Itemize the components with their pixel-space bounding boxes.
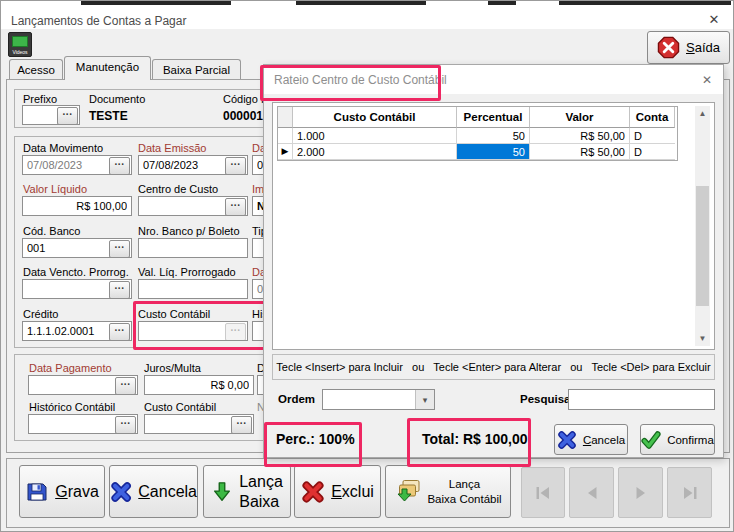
cell-valor[interactable]: R$ 50,00 xyxy=(530,128,630,144)
nav-prev-button[interactable] xyxy=(569,467,614,518)
exit-button[interactable]: Saída xyxy=(647,31,730,64)
cell-custo[interactable]: 1.000 xyxy=(293,128,457,144)
cancel-x-icon xyxy=(110,480,132,504)
scroll-thumb[interactable] xyxy=(696,186,709,306)
lanca-baixa-contabil-label: Lança Baixa Contábil xyxy=(427,477,501,506)
valor-liquido-field[interactable]: R$ 100,00 xyxy=(22,196,132,216)
documento-label: Documento xyxy=(89,93,145,105)
data-pagamento-field[interactable]: ··· xyxy=(28,375,138,395)
ellipsis-button[interactable]: ··· xyxy=(115,377,136,395)
grid-header-conta: Conta xyxy=(630,107,675,128)
data-emissao-field[interactable]: 07/08/2023 ··· xyxy=(138,155,248,175)
centro-custo-field[interactable]: ··· xyxy=(138,196,248,216)
grava-button[interactable]: Grava xyxy=(19,465,105,518)
centro-custo-label: Centro de Custo xyxy=(138,183,218,195)
ellipsis-button[interactable]: ··· xyxy=(231,416,252,434)
nav-next-icon xyxy=(634,486,648,500)
stop-sign-icon xyxy=(657,36,680,59)
data-pagamento-label: Data Pagamento xyxy=(29,362,112,374)
grid-panel: Custo Contábil Percentual Valor Conta 1.… xyxy=(272,102,715,350)
vertical-scrollbar[interactable]: ▲ ▼ xyxy=(695,106,710,346)
custo-contabil2-label: Custo Contábil xyxy=(144,401,216,413)
cod-banco-label: Cód. Banco xyxy=(23,225,80,237)
grava-label: Grava xyxy=(55,483,99,501)
close-icon[interactable]: ✕ xyxy=(701,11,727,29)
dialog-confirma-button[interactable]: Confirma xyxy=(640,424,715,455)
ellipsis-button[interactable]: ··· xyxy=(225,157,246,175)
nav-first-button[interactable] xyxy=(521,467,565,518)
ellipsis-button[interactable]: ··· xyxy=(115,416,136,434)
pesquisa-label: Pesquisa xyxy=(520,393,571,405)
nav-last-button[interactable] xyxy=(667,467,712,518)
ellipsis-button[interactable]: ··· xyxy=(57,107,78,125)
row-indicator-icon: ▶ xyxy=(282,147,289,156)
cancela-button[interactable]: Cancela xyxy=(109,465,198,518)
nav-prev-icon xyxy=(585,486,599,500)
ordem-combobox[interactable]: ▾ xyxy=(322,389,435,410)
exclui-button[interactable]: Exclui xyxy=(294,465,381,518)
cell-valor[interactable]: R$ 50,00 xyxy=(530,144,630,160)
scroll-up-icon[interactable]: ▲ xyxy=(695,106,710,121)
cancel-x-icon xyxy=(557,430,577,450)
cell-percentual-selected[interactable]: 50 xyxy=(457,144,530,160)
lanca-baixa-label: Lança Baixa xyxy=(239,472,283,512)
cod-banco-field[interactable]: 001 ··· xyxy=(22,238,132,258)
ellipsis-button[interactable]: ··· xyxy=(109,157,130,175)
lbc-label-line1: Lança xyxy=(427,477,501,491)
nro-banco-boleto-label: Nro. Banco p/ Boleto xyxy=(138,225,240,237)
credito-field[interactable]: 1.1.1.02.0001 ··· xyxy=(22,321,132,341)
nav-last-icon xyxy=(682,486,698,500)
historico-contabil-field[interactable]: ··· xyxy=(28,414,138,434)
val-liq-prorrogado-field[interactable] xyxy=(138,279,248,299)
tab-baixa-parcial[interactable]: Baixa Parcial xyxy=(152,59,241,79)
video-button[interactable]: Videos xyxy=(8,32,32,57)
table-row[interactable]: ▶ 2.000 50 R$ 50,00 D xyxy=(278,144,677,160)
down-arrow-icon xyxy=(211,480,233,504)
dialog-close-icon[interactable]: ✕ xyxy=(696,72,718,88)
data-vencto-prorrog-field[interactable]: ··· xyxy=(22,279,132,299)
exit-button-label: Saída xyxy=(686,40,720,55)
historico-contabil-label: Histórico Contábil xyxy=(29,401,115,413)
ellipsis-button[interactable]: ··· xyxy=(225,198,246,216)
nro-banco-boleto-field[interactable] xyxy=(138,238,248,258)
cell-conta[interactable]: D xyxy=(630,128,675,144)
cell-conta[interactable]: D xyxy=(630,144,675,160)
prefixo-field[interactable]: ··· xyxy=(22,105,80,125)
window-title: Lançamentos de Contas a Pagar xyxy=(11,14,186,28)
val-liq-prorrogado-label: Val. Líq. Prorrogado xyxy=(138,266,236,278)
cancela-label: Cancela xyxy=(138,483,197,501)
rateio-dialog: Rateio Centro de Custo Contábil ✕ Custo … xyxy=(263,64,724,458)
dialog-cancela-button[interactable]: Cancela xyxy=(554,424,628,455)
custo-contabil2-field[interactable]: ··· xyxy=(144,414,254,434)
table-row[interactable]: 1.000 50 R$ 50,00 D xyxy=(278,128,677,144)
lanca-baixa-contabil-button[interactable]: Lança Baixa Contábil xyxy=(385,465,511,518)
ellipsis-button[interactable]: ··· xyxy=(109,281,130,299)
valor-liquido-label: Valor Líquido xyxy=(23,183,87,195)
documento-value: TESTE xyxy=(89,109,128,123)
pesquisa-input[interactable] xyxy=(568,389,715,410)
data-movimento-field[interactable]: 07/08/2023 ··· xyxy=(22,155,132,175)
scroll-down-icon[interactable]: ▼ xyxy=(695,331,710,346)
nav-next-button[interactable] xyxy=(618,467,663,518)
tab-manutencao[interactable]: Manutenção xyxy=(64,56,151,80)
codigo-fornecedor-label: Código F xyxy=(223,93,268,105)
dialog-cancela-label: Cancela xyxy=(583,434,625,446)
cell-percentual[interactable]: 50 xyxy=(457,128,530,144)
juros-multa-label: Juros/Multa xyxy=(144,362,201,374)
credito-label: Crédito xyxy=(23,308,58,320)
ellipsis-button[interactable]: ··· xyxy=(109,323,130,341)
cell-custo[interactable]: 2.000 xyxy=(293,144,457,160)
ellipsis-button[interactable]: ··· xyxy=(109,240,130,258)
ellipsis-button-disabled[interactable]: ··· xyxy=(225,323,246,341)
chevron-down-icon[interactable]: ▾ xyxy=(415,390,434,409)
lanca-baixa-button[interactable]: Lança Baixa xyxy=(203,465,291,518)
cost-grid[interactable]: Custo Contábil Percentual Valor Conta 1.… xyxy=(277,106,678,161)
dialog-title: Rateio Centro de Custo Contábil xyxy=(274,73,447,87)
valor-liquido-value: R$ 100,00 xyxy=(27,200,127,212)
juros-multa-field[interactable]: R$ 0,00 xyxy=(144,375,254,395)
tab-acesso[interactable]: Acesso xyxy=(9,59,63,79)
video-button-label: Videos xyxy=(9,49,31,55)
custo-contabil-field[interactable]: ··· xyxy=(138,321,248,341)
data-movimento-label: Data Movimento xyxy=(23,142,103,154)
data-emissao-label: Data Emissão xyxy=(138,142,206,154)
